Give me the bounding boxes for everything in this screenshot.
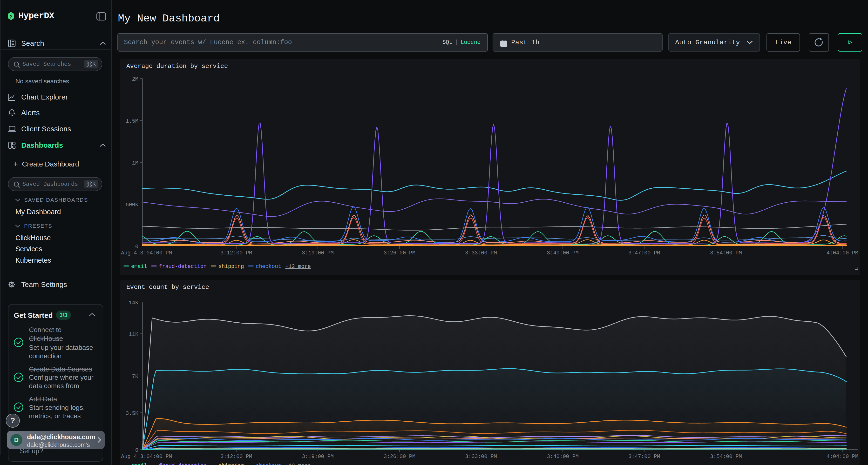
- svg-text:3:47:00 PM: 3:47:00 PM: [628, 250, 660, 256]
- svg-text:3:12:00 PM: 3:12:00 PM: [220, 454, 252, 460]
- svg-text:3:19:00 PM: 3:19:00 PM: [302, 454, 334, 460]
- svg-text:0: 0: [135, 447, 138, 454]
- svg-text:3.5K: 3.5K: [126, 410, 138, 417]
- svg-text:3:26:00 PM: 3:26:00 PM: [383, 250, 415, 256]
- svg-text:0: 0: [135, 244, 138, 250]
- svg-text:3:47:00 PM: 3:47:00 PM: [628, 454, 660, 460]
- svg-text:Aug 4 3:04:00 PM: Aug 4 3:04:00 PM: [121, 250, 172, 256]
- svg-text:3:33:00 PM: 3:33:00 PM: [465, 454, 497, 460]
- svg-text:4:04:00 PM: 4:04:00 PM: [827, 454, 858, 460]
- svg-text:4:04:00 PM: 4:04:00 PM: [827, 250, 858, 256]
- svg-text:1.5M: 1.5M: [126, 118, 138, 124]
- svg-text:2M: 2M: [132, 76, 138, 82]
- svg-text:11K: 11K: [129, 332, 138, 337]
- svg-text:3:26:00 PM: 3:26:00 PM: [383, 454, 415, 460]
- svg-text:3:12:00 PM: 3:12:00 PM: [220, 250, 252, 256]
- svg-text:3:33:00 PM: 3:33:00 PM: [465, 250, 497, 256]
- svg-text:3:19:00 PM: 3:19:00 PM: [302, 250, 334, 256]
- svg-text:3:40:00 PM: 3:40:00 PM: [547, 250, 579, 256]
- svg-text:14K: 14K: [129, 300, 138, 306]
- svg-text:3:54:00 PM: 3:54:00 PM: [710, 454, 742, 460]
- svg-text:Aug 4 3:04:00 PM: Aug 4 3:04:00 PM: [121, 454, 172, 460]
- svg-text:7K: 7K: [132, 374, 138, 380]
- svg-text:3:54:00 PM: 3:54:00 PM: [710, 250, 742, 256]
- svg-text:3:40:00 PM: 3:40:00 PM: [547, 454, 579, 460]
- svg-text:1M: 1M: [132, 160, 138, 166]
- svg-text:500K: 500K: [126, 202, 138, 208]
